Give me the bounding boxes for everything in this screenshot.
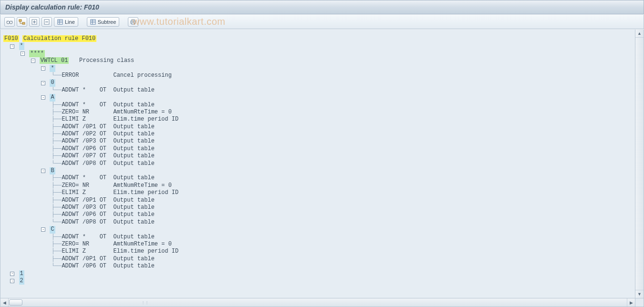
tree-node-code: VWTCL 01 xyxy=(40,57,69,64)
svg-rect-3 xyxy=(22,22,25,24)
tree-leaf[interactable]: ├──ZERO= NR AmtNumRteTime = 0 xyxy=(3,241,635,248)
horizontal-scrollbar[interactable]: ◀ ⋮⋮ ▶ xyxy=(0,298,635,307)
collapse-toggle-icon[interactable] xyxy=(21,51,25,56)
tree-branch xyxy=(3,79,41,86)
tree-leaf[interactable]: └──ADDWT /0P8 OT Output table xyxy=(3,219,635,226)
tree-leaf[interactable]: ├──ZERO= NR AmtNumRteTime = 0 xyxy=(3,109,635,116)
tree-node-vwtcl[interactable]: VWTCL 01 Processing class xyxy=(3,57,635,64)
collapse-toggle-icon[interactable] xyxy=(10,44,14,49)
collapse-toggle-icon[interactable] xyxy=(10,272,14,276)
tool-expand-button[interactable] xyxy=(29,17,40,27)
tree-content: VWTCL 01 Processing class xyxy=(40,57,134,64)
tool-line-button[interactable]: Line xyxy=(54,17,78,27)
tree-leaf[interactable]: ├──ADDWT * OT Output table xyxy=(3,234,635,241)
collapse-toggle-icon[interactable] xyxy=(31,59,35,63)
scroll-down-icon[interactable]: ▼ xyxy=(635,290,644,298)
tree-branch: └── xyxy=(3,72,62,79)
tree-leaf[interactable]: └──ERROR Cancel processing xyxy=(3,72,635,79)
tool-display-button[interactable] xyxy=(4,17,15,27)
tree-root[interactable]: F010 Calculation rule F010 xyxy=(3,35,635,42)
spacer xyxy=(15,42,19,50)
tree-leaf[interactable]: └──ADDWT /0P8 OT Output table xyxy=(3,160,635,167)
plus-box-icon xyxy=(31,19,37,25)
tree-leaf[interactable]: ├──ADDWT /0P2 OT Output table xyxy=(3,131,635,138)
tree-group-B[interactable]: B xyxy=(3,167,635,174)
tree-branch: └── xyxy=(3,160,62,167)
tree-leaf[interactable]: └──ADDWT * OT Output table xyxy=(3,87,635,94)
collapse-toggle-icon[interactable] xyxy=(41,81,45,85)
tree-group-label: 0 xyxy=(50,79,55,86)
collapse-toggle-icon[interactable] xyxy=(41,66,45,71)
tree-leaf[interactable]: ├──ELIMI Z Elim.time period ID xyxy=(3,116,635,123)
tool-subtree-button[interactable]: Subtree xyxy=(87,17,120,27)
tree-leaf[interactable]: ├──ADDWT /0P6 OT Output table xyxy=(3,211,635,218)
tree-branch: ├── xyxy=(3,256,62,263)
tree-leaf-text: ADDWT /0P8 OT Output table xyxy=(62,160,154,167)
svg-rect-10 xyxy=(132,23,135,24)
tree-leaf-text: ZERO= NR AmtNumRteTime = 0 xyxy=(62,109,171,116)
tree-leaf[interactable]: ├──ELIMI Z Elim.time period ID xyxy=(3,248,635,255)
tree-leaf-text: ADDWT /0P6 OT Output table xyxy=(62,263,154,270)
spacer xyxy=(46,226,50,233)
tool-attributes-button[interactable] xyxy=(17,17,27,27)
tree-group-label: * xyxy=(50,65,55,72)
tree-leaf[interactable]: ├──ZERO= NR AmtNumRteTime = 0 xyxy=(3,182,635,189)
tree-group-C[interactable]: C xyxy=(3,226,635,233)
tree-view[interactable]: F010 Calculation rule F010 * **** VWTCL … xyxy=(0,30,635,298)
tree-branch: ├── xyxy=(3,234,62,241)
tree-leaf[interactable]: ├──ADDWT /0P1 OT Output table xyxy=(3,256,635,263)
tree-leaf-text: ELIMI Z Elim.time period ID xyxy=(62,248,178,255)
svg-rect-9 xyxy=(132,20,135,21)
tree-branch: ├── xyxy=(3,248,62,255)
collapse-toggle-icon[interactable] xyxy=(41,169,45,173)
table-icon xyxy=(90,19,96,25)
tree-branch: ├── xyxy=(3,116,62,123)
scroll-right-icon[interactable]: ▶ xyxy=(627,298,635,307)
tree-leaf-text: ADDWT * OT Output table xyxy=(62,234,154,241)
tree-leaf-text: ELIMI Z Elim.time period ID xyxy=(62,189,178,196)
spacer xyxy=(46,94,50,101)
scroll-corner xyxy=(635,298,644,307)
tree-leaf[interactable]: ├──ADDWT /0P3 OT Output table xyxy=(3,138,635,145)
tree-node-2[interactable]: 2 xyxy=(3,277,635,285)
tree-leaf[interactable]: └──ADDWT /0P6 OT Output table xyxy=(3,263,635,270)
tree-leaf[interactable]: ├──ADDWT /0P3 OT Output table xyxy=(3,204,635,211)
tree-leaf-text: ADDWT /0P1 OT Output table xyxy=(62,123,154,131)
tree-branch: ├── xyxy=(3,241,62,248)
tool-print-button[interactable] xyxy=(128,17,138,27)
tree-leaf[interactable]: ├──ADDWT * OT Output table xyxy=(3,174,635,182)
tree-leaf[interactable]: ├──ADDWT /0P7 OT Output table xyxy=(3,153,635,160)
tree-branch xyxy=(3,270,10,277)
tree-branch: ├── xyxy=(3,102,62,109)
tree-node-label: 2 xyxy=(19,277,24,285)
tree-group-*[interactable]: * xyxy=(3,65,635,72)
glasses-icon xyxy=(6,19,13,25)
tree-branch: ├── xyxy=(3,204,62,211)
tree-leaf[interactable]: ├──ADDWT * OT Output table xyxy=(3,102,635,109)
tree-node-stars[interactable]: **** xyxy=(3,50,635,57)
tree-leaf[interactable]: ├──ELIMI Z Elim.time period ID xyxy=(3,189,635,196)
tree-group-0[interactable]: 0 xyxy=(3,79,635,86)
tree-leaf[interactable]: ├──ADDWT /0P1 OT Output table xyxy=(3,123,635,131)
tree-branch: └── xyxy=(3,219,62,226)
vertical-scrollbar[interactable]: ▲ ▼ xyxy=(635,30,644,298)
tree-content: F010 Calculation rule F010 xyxy=(3,35,96,42)
collapse-toggle-icon[interactable] xyxy=(41,227,45,232)
tree-node-1[interactable]: 1 xyxy=(3,270,635,277)
collapse-toggle-icon[interactable] xyxy=(41,95,45,100)
tree-branch: ├── xyxy=(3,174,62,182)
tree-node-star[interactable]: * xyxy=(3,42,635,50)
tree-group-A[interactable]: A xyxy=(3,94,635,101)
tree-node-desc: Processing class xyxy=(69,57,134,64)
scroll-thumb[interactable] xyxy=(9,299,22,306)
scroll-up-icon[interactable]: ▲ xyxy=(635,30,644,38)
tool-collapse-button[interactable] xyxy=(42,17,52,27)
tree-branch xyxy=(3,65,41,72)
tree-leaf-text: ADDWT /0P2 OT Output table xyxy=(62,131,154,138)
tree-branch: ├── xyxy=(3,189,62,196)
tree-leaf[interactable]: ├──ADDWT /0P6 OT Output table xyxy=(3,145,635,153)
collapse-toggle-icon[interactable] xyxy=(10,279,14,283)
tree-leaf-text: ADDWT /0P3 OT Output table xyxy=(62,204,154,211)
tree-leaf[interactable]: ├──ADDWT /0P1 OT Output table xyxy=(3,197,635,204)
scroll-left-icon[interactable]: ◀ xyxy=(0,298,9,307)
